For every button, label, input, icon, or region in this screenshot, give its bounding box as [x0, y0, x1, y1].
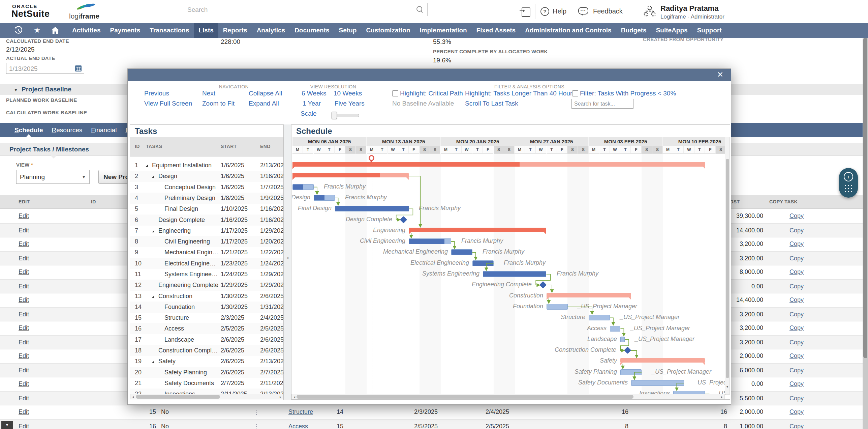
task-bar-landscape[interactable] — [620, 337, 625, 342]
copy-link[interactable]: Copy — [789, 395, 804, 402]
edit-link[interactable]: Edit — [19, 311, 29, 318]
copy-link[interactable]: Copy — [789, 380, 804, 388]
task-row-6[interactable]: 6Design Complete1/16/20251/16/2025 — [130, 214, 283, 226]
copy-link[interactable]: Copy — [789, 240, 804, 248]
collapse-caret-icon[interactable] — [146, 165, 148, 167]
task-bar-safety-planning[interactable] — [620, 369, 642, 375]
collapse-caret-icon[interactable] — [152, 175, 154, 178]
summary-bar-design[interactable] — [292, 173, 409, 177]
recents-icon[interactable] — [14, 26, 23, 35]
scroll-right-arrow[interactable]: ▸ — [720, 395, 724, 399]
task-search-input[interactable] — [571, 99, 633, 109]
edit-link[interactable]: Edit — [19, 352, 29, 360]
task-bar-preliminary-design[interactable] — [314, 195, 335, 201]
copy-link[interactable]: Copy — [789, 324, 804, 332]
edit-link[interactable]: Edit — [19, 339, 29, 346]
task-row-15[interactable]: 15Structure2/3/20252/4/2025 — [130, 312, 283, 323]
nav-item-support[interactable]: Support — [692, 23, 726, 38]
task-name-link[interactable]: Access — [288, 423, 308, 429]
nav-item-lists[interactable]: Lists — [194, 23, 218, 38]
five-years-link[interactable]: Five Years — [335, 100, 365, 107]
drag-dots-icon[interactable]: ⋮ — [253, 408, 259, 416]
task-row-8[interactable]: 8Civil Engineering1/17/20251/20/2025 — [130, 236, 283, 247]
milestone-engineering-complete[interactable] — [539, 281, 547, 288]
global-search-input[interactable] — [187, 3, 414, 17]
user-name[interactable]: Raditya Pratama — [660, 4, 718, 13]
help-icon[interactable]: ? — [540, 7, 549, 16]
summary-bar-engineering[interactable] — [409, 228, 546, 232]
search-icon[interactable] — [416, 6, 423, 13]
subtab-project-tasks[interactable]: Project Tasks / Milestones — [9, 146, 89, 153]
close-icon[interactable]: ✕ — [717, 70, 723, 79]
summary-bar-safety[interactable] — [620, 358, 705, 363]
info-icon[interactable]: i — [844, 172, 853, 181]
nav-item-activities[interactable]: Activities — [67, 23, 105, 38]
chevron-down-icon[interactable]: ▼ — [13, 87, 18, 92]
calendar-icon[interactable] — [75, 65, 82, 72]
highlight-long-tasks-link[interactable]: Highlight: Tasks Longer Than 40 Hours — [465, 90, 576, 97]
milestone-construction-complete[interactable] — [624, 347, 631, 354]
task-row-11[interactable]: 11Systems Engineering1/24/20251/29/2025 — [130, 269, 283, 280]
tab-resources[interactable]: Resources — [48, 123, 87, 137]
zoom-to-fit-link[interactable]: Zoom to Fit — [202, 100, 235, 107]
copy-link[interactable]: Copy — [789, 283, 804, 290]
nav-item-analytics[interactable]: Analytics — [252, 23, 290, 38]
filter-progress-checkbox[interactable] — [572, 90, 578, 96]
edit-link[interactable]: Edit — [19, 255, 29, 262]
scroll-left-arrow[interactable]: ◂ — [292, 395, 297, 399]
task-row-21[interactable]: 21Safety Documents2/7/20252/11/2025 — [130, 378, 283, 389]
shortcuts-star-icon[interactable]: ★ — [32, 26, 42, 35]
task-row-18[interactable]: 18Construction Complete2/6/20252/6/2025 — [130, 345, 283, 356]
ten-weeks-link[interactable]: 10 Weeks — [334, 90, 362, 97]
expand-all-link[interactable]: Expand All — [249, 100, 279, 107]
gantt-hscroll-thumb[interactable] — [297, 395, 633, 399]
task-row-20[interactable]: 20Safety Planning2/6/20252/7/2025 — [130, 367, 283, 378]
copy-link[interactable]: Copy — [789, 268, 804, 276]
task-row-17[interactable]: 17Landscape2/6/20252/6/2025 — [130, 334, 283, 345]
edit-link[interactable]: Edit — [19, 324, 29, 332]
view-full-screen-link[interactable]: View Full Screen — [144, 100, 192, 107]
nav-item-transactions[interactable]: Transactions — [145, 23, 194, 38]
scroll-left-arrow[interactable]: ◂ — [131, 395, 135, 399]
nav-item-suiteapps[interactable]: SuiteApps — [651, 23, 692, 38]
nav-item-setup[interactable]: Setup — [334, 23, 362, 38]
edit-link[interactable]: Edit — [19, 423, 29, 429]
collapse-caret-icon[interactable] — [152, 361, 154, 363]
collapse-caret-icon[interactable] — [152, 295, 154, 298]
copy-link[interactable]: Copy — [789, 339, 804, 346]
task-row-9[interactable]: 9Mechanical Engineering1/21/20251/22/202… — [130, 247, 283, 258]
nav-item-payments[interactable]: Payments — [105, 23, 145, 38]
drag-dots-icon[interactable]: ⋮ — [253, 423, 259, 429]
filter-progress-link[interactable]: Filter: Tasks With Progress < 30% — [580, 90, 676, 97]
scroll-down-arrow[interactable]: ▾ — [725, 384, 730, 389]
task-bar-access[interactable] — [610, 326, 620, 332]
corner-widget[interactable]: ▾ — [1, 421, 13, 429]
actual-end-date-field[interactable]: 1/13/2025 — [6, 63, 84, 74]
edit-link[interactable]: Edit — [19, 268, 29, 276]
task-row-5[interactable]: 5Final Design1/10/20251/16/2025 — [130, 203, 283, 214]
summary-bar-equipment-installation[interactable] — [292, 162, 705, 167]
feedback-button[interactable]: Feedback — [593, 7, 623, 15]
edit-link[interactable]: Edit — [19, 408, 29, 416]
task-row-13[interactable]: 13Construction1/30/20252/6/2025 — [130, 291, 283, 302]
one-year-link[interactable]: 1 Year — [303, 100, 321, 107]
gantt-vscroll-thumb[interactable] — [726, 159, 729, 378]
previous-link[interactable]: Previous — [144, 90, 169, 97]
scroll-to-last-task-link[interactable]: Scroll To Last Task — [465, 100, 518, 107]
copy-link[interactable]: Copy — [789, 212, 804, 220]
assistant-pill[interactable]: i — [839, 168, 858, 198]
collapse-caret-icon[interactable] — [152, 230, 154, 232]
nav-item-budgets[interactable]: Budgets — [616, 23, 651, 38]
summary-bar-construction[interactable] — [547, 293, 631, 297]
copy-link[interactable]: Copy — [789, 408, 804, 416]
task-row-10[interactable]: 10Electrical Engineering1/23/20251/24/20… — [130, 258, 283, 269]
tab-schedule[interactable]: Schedule — [10, 123, 48, 137]
door-arrow-icon[interactable] — [522, 7, 530, 17]
task-bar-conceptual-design[interactable] — [292, 184, 314, 190]
critical-path-checkbox[interactable] — [392, 90, 398, 96]
scale-slider-handle[interactable] — [332, 112, 337, 119]
page-scrollbar[interactable] — [863, 38, 868, 429]
apps-grid-icon[interactable] — [844, 184, 853, 193]
panel-splitter[interactable]: ◂ — [284, 124, 291, 400]
copy-link[interactable]: Copy — [789, 367, 804, 374]
